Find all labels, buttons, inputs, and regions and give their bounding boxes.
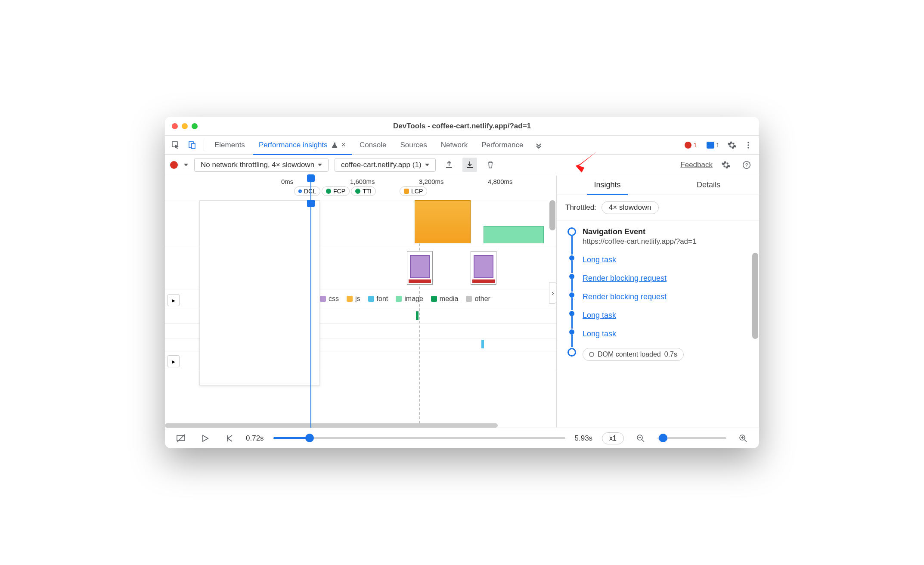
window-title: DevTools - coffee-cart.netlify.app/?ad=1 (165, 122, 759, 130)
tab-performance-insights[interactable]: Performance insights × (253, 136, 352, 155)
insight-link[interactable]: Render blocking request (583, 274, 667, 282)
svg-rect-2 (192, 143, 195, 149)
legend-js: js (347, 295, 360, 303)
insight-item: Long task (567, 329, 751, 347)
expand-track-button[interactable]: ▸ (167, 355, 180, 367)
insight-link[interactable]: Long task (583, 255, 616, 264)
tab-console[interactable]: Console (353, 136, 392, 155)
flask-icon (331, 142, 338, 149)
minimize-window-button[interactable] (182, 123, 188, 129)
inspect-element-icon[interactable] (168, 138, 183, 152)
start-time-label: 0.72s (246, 434, 264, 443)
nav-event-title: Navigation Event (583, 227, 751, 236)
separator (204, 140, 204, 151)
record-button[interactable] (170, 161, 178, 169)
settings-icon[interactable] (725, 138, 739, 152)
window-controls (172, 123, 198, 129)
zoom-out-icon[interactable] (633, 431, 648, 446)
screenshot-thumbnail[interactable] (407, 251, 433, 285)
close-window-button[interactable] (172, 123, 178, 129)
insights-list[interactable]: Navigation Event https://coffee-cart.net… (557, 220, 759, 428)
insight-dom-loaded: DOM content loaded 0.7s (567, 348, 751, 369)
maximize-window-button[interactable] (192, 123, 198, 129)
recording-select[interactable]: coffee-cart.netlify.app (1) (335, 158, 435, 172)
screenshot-thumbnail[interactable] (471, 251, 496, 285)
device-toolbar-icon[interactable] (185, 138, 199, 152)
time-slider[interactable] (273, 437, 565, 439)
legend-media: media (431, 295, 459, 303)
zoom-in-icon[interactable] (736, 431, 750, 446)
devtools-window: DevTools - coffee-cart.netlify.app/?ad=1… (165, 117, 759, 448)
legend-image: image (396, 295, 423, 303)
time-tick: 3,200ms (419, 178, 444, 185)
export-icon[interactable] (442, 158, 456, 172)
main-tabbar: Elements Performance insights × Console … (165, 136, 759, 155)
record-menu-chevron-icon[interactable] (184, 164, 188, 166)
time-tick: 0ms (281, 178, 293, 185)
expand-track-button[interactable]: ▸ (167, 294, 180, 306)
marker-dcl[interactable]: DCL (294, 186, 320, 196)
notification-badges: 1 1 (681, 140, 723, 149)
kebab-menu-icon[interactable] (741, 138, 756, 152)
insights-tabs: Insights Details (557, 175, 759, 195)
more-tabs-button[interactable] (531, 138, 546, 152)
screencast-disabled-icon[interactable] (174, 431, 188, 446)
task-block[interactable] (415, 200, 471, 243)
play-button[interactable] (198, 431, 212, 446)
zoom-slider[interactable] (657, 437, 726, 439)
panel-settings-icon[interactable] (719, 158, 733, 172)
expand-right-panel-button[interactable]: › (549, 282, 556, 304)
tab-elements[interactable]: Elements (208, 136, 251, 155)
main-content: 0ms 1,600ms 3,200ms 4,800ms DCL FCP TTI … (165, 175, 759, 428)
rewind-button[interactable] (222, 431, 236, 446)
timeline-ruler[interactable]: 0ms 1,600ms 3,200ms 4,800ms DCL FCP TTI … (165, 175, 556, 200)
marker-lcp[interactable]: LCP (400, 186, 427, 196)
tab-details[interactable]: Details (658, 175, 759, 195)
tab-network[interactable]: Network (435, 136, 474, 155)
tab-insights[interactable]: Insights (557, 175, 658, 195)
playhead[interactable] (310, 175, 311, 200)
end-time-label: 5.93s (575, 434, 593, 443)
legend-font: font (368, 295, 388, 303)
feedback-link[interactable]: Feedback (680, 161, 713, 169)
vertical-scrollbar[interactable] (752, 253, 758, 339)
dom-loaded-pill[interactable]: DOM content loaded 0.7s (583, 348, 684, 361)
help-icon[interactable]: ? (739, 158, 754, 172)
throttling-select[interactable]: No network throttling, 4× slowdown (194, 158, 329, 172)
resource-bar[interactable] (416, 311, 419, 320)
metric-markers: DCL FCP TTI LCP (165, 186, 556, 196)
delete-icon[interactable] (483, 158, 498, 172)
insight-item: Render blocking request (567, 292, 751, 310)
svg-line-16 (744, 440, 747, 442)
insight-link[interactable]: Render blocking request (583, 292, 667, 301)
throttle-status: Throttled: 4× slowdown (557, 195, 759, 220)
tab-sources[interactable]: Sources (394, 136, 433, 155)
nav-event-url: https://coffee-cart.netlify.app/?ad=1 (583, 237, 751, 246)
playhead-line[interactable] (310, 200, 311, 428)
insight-link[interactable]: Long task (583, 311, 616, 320)
filmstrip-placeholder (199, 200, 320, 385)
horizontal-scrollbar[interactable] (165, 423, 556, 428)
tab-performance[interactable]: Performance (475, 136, 529, 155)
throttled-label: Throttled: (565, 203, 596, 212)
svg-point-4 (747, 144, 749, 146)
insights-toolbar: No network throttling, 4× slowdown coffe… (165, 155, 759, 175)
message-badge[interactable]: 1 (703, 140, 723, 149)
resource-bar[interactable] (481, 340, 484, 348)
time-tick: 4,800ms (488, 178, 513, 185)
insight-link[interactable]: Long task (583, 329, 616, 338)
playback-speed[interactable]: x1 (602, 432, 624, 444)
insight-item: Long task (567, 255, 751, 273)
titlebar: DevTools - coffee-cart.netlify.app/?ad=1 (165, 117, 759, 136)
insight-nav-event: Navigation Event https://coffee-cart.net… (567, 227, 751, 255)
timeline-tracks[interactable]: ▸ css js font image media other (165, 200, 556, 428)
resource-legend: css js font image media other (320, 295, 490, 303)
close-tab-button[interactable]: × (341, 140, 346, 149)
svg-point-3 (747, 142, 749, 143)
insights-panel: Insights Details Throttled: 4× slowdown … (557, 175, 759, 428)
task-block[interactable] (484, 226, 544, 243)
import-icon[interactable] (462, 158, 477, 172)
error-badge[interactable]: 1 (681, 140, 700, 149)
marker-tti[interactable]: TTI (351, 186, 376, 196)
marker-fcp[interactable]: FCP (322, 186, 350, 196)
